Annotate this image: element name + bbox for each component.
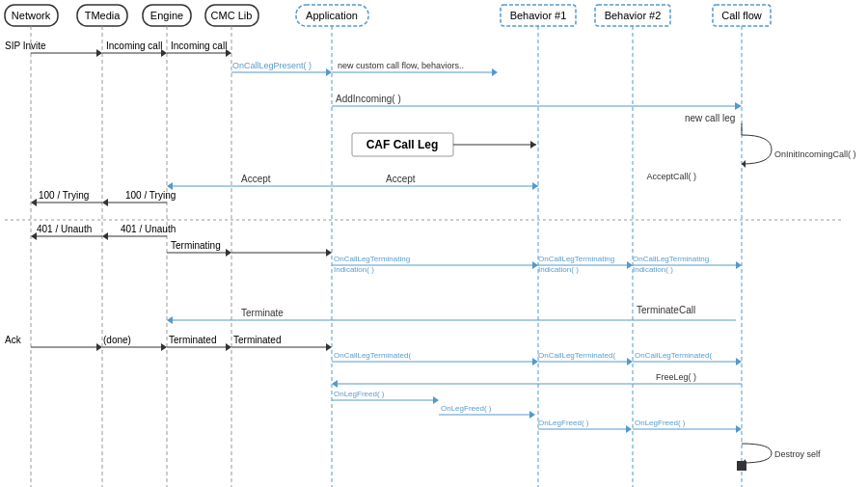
label-100-trying-1: 100 / Trying [125, 190, 176, 201]
label-oninitincomingcall: OnInitIncomingCall( ) [774, 149, 856, 159]
label-terminatecall: TerminateCall [637, 305, 695, 315]
label-terminating-ind-3: OnCallLegTerminating [633, 255, 709, 263]
svg-marker-26 [736, 261, 742, 269]
label-destroy-self: Destroy self [774, 449, 821, 459]
label-new-custom: new custom call flow, behaviors.. [338, 61, 464, 70]
callflow-terminator [737, 461, 746, 471]
svg-marker-23 [326, 249, 332, 257]
label-onlegfreed-2: OnLegFreed( ) [441, 404, 492, 413]
participant-application: Application [306, 10, 358, 21]
label-terminate: Terminate [241, 308, 284, 318]
svg-marker-27 [167, 316, 173, 324]
participant-cmclib: CMC Lib [211, 10, 253, 21]
svg-marker-20 [102, 232, 108, 240]
participant-network: Network [12, 10, 51, 21]
label-terminate-eng: Terminated [169, 335, 216, 345]
svg-marker-16 [167, 182, 173, 190]
label-401-2: 401 / Unauth [37, 224, 92, 234]
label-accept-2: Accept [386, 174, 416, 184]
svg-marker-38 [626, 425, 632, 433]
callflow-self-loop [742, 135, 772, 164]
participant-tmedia: TMedia [85, 10, 122, 21]
svg-marker-14 [742, 160, 746, 168]
label-oncalllegpresent: OnCallLegPresent( ) [232, 61, 312, 70]
label-ack: Ack [5, 335, 22, 345]
participant-callflow: Call flow [721, 10, 762, 21]
sequence-diagram: Network TMedia Engine CMC Lib Applicatio… [0, 0, 868, 487]
label-100-trying-2: 100 / Trying [39, 190, 89, 201]
label-terminating-ind-2: OnCallLegTerminating [538, 255, 614, 263]
label-terminating-ind-1: OnCallLegTerminating [334, 255, 410, 263]
svg-marker-17 [532, 182, 538, 190]
label-accept-1: Accept [241, 174, 271, 184]
label-incoming-call-2: Incoming call [171, 41, 227, 51]
svg-marker-31 [326, 343, 332, 351]
participant-engine: Engine [150, 10, 183, 21]
label-terminating-ind-1b: Indication( ) [334, 265, 374, 274]
label-401-1: 401 / Unauth [121, 224, 176, 234]
label-caf-call-leg: CAF Call Leg [366, 138, 439, 151]
label-onlegfreed-1: OnLegFreed( ) [334, 390, 385, 398]
label-terminated-2: OnCallLegTerminated( [538, 351, 615, 360]
label-terminated-1: OnCallLegTerminated( [334, 351, 411, 360]
svg-marker-18 [102, 199, 108, 206]
svg-marker-11 [326, 68, 332, 76]
svg-marker-22 [226, 249, 231, 257]
label-addincoming: AddIncoming( ) [336, 94, 401, 104]
svg-marker-12 [492, 68, 498, 76]
svg-marker-30 [226, 343, 231, 351]
svg-marker-19 [31, 199, 37, 206]
label-done: (done) [103, 335, 131, 345]
label-freeleg: FreeLeg( ) [656, 372, 696, 382]
svg-marker-28 [96, 343, 102, 351]
label-terminated-3: OnCallLegTerminated( [635, 351, 712, 360]
svg-marker-13 [735, 102, 742, 110]
svg-marker-33 [627, 358, 633, 365]
label-acceptcall: AcceptCall( ) [646, 172, 696, 181]
label-terminating-ind-3b: Indication( ) [633, 265, 673, 274]
participant-behavior1: Behavior #1 [510, 10, 567, 21]
svg-marker-35 [332, 380, 338, 388]
label-terminating-1: Terminating [171, 240, 221, 251]
svg-marker-34 [736, 358, 742, 365]
label-incoming-call-1: Incoming call [106, 41, 162, 51]
label-onlegfreed-3: OnLegFreed( ) [538, 419, 589, 427]
label-terminated-app: Terminated [233, 335, 281, 345]
svg-marker-15 [530, 141, 536, 149]
label-sip-invite: SIP Invite [5, 41, 46, 51]
svg-marker-29 [161, 343, 167, 351]
svg-marker-37 [529, 411, 535, 419]
label-terminating-ind-2b: Indication( ) [538, 265, 579, 274]
svg-marker-36 [433, 396, 439, 404]
destroy-self-loop [742, 444, 772, 463]
label-onlegfreed-4: OnLegFreed( ) [635, 419, 686, 427]
participant-behavior2: Behavior #2 [605, 10, 662, 21]
svg-marker-39 [736, 425, 742, 433]
label-new-call-leg: new call leg [685, 113, 735, 123]
svg-marker-8 [96, 49, 102, 57]
